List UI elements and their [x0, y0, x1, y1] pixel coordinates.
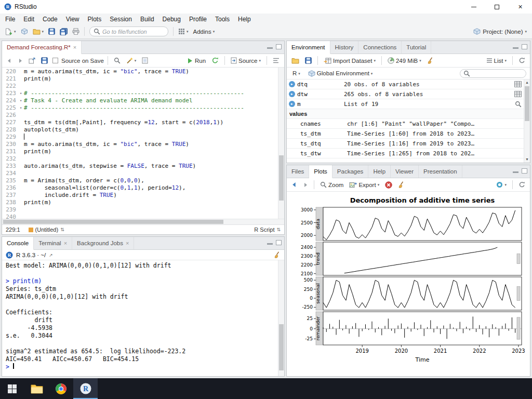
- taskbar-chrome[interactable]: [49, 378, 73, 399]
- clear-console-button[interactable]: [274, 251, 281, 258]
- menu-file[interactable]: File: [1, 15, 19, 24]
- clear-plots-button[interactable]: [396, 179, 407, 191]
- code-line[interactable]: 235m = Arima(ts_dtm, order = c(0,0,0),: [2, 177, 278, 184]
- environment-tab-environment[interactable]: Environment: [287, 41, 330, 54]
- run-button[interactable]: Run: [186, 55, 208, 66]
- scrollbar-thumb[interactable]: [525, 86, 529, 121]
- refresh-environment-button[interactable]: [516, 55, 527, 66]
- env-row-dtw[interactable]: ▶dtw265 obs. of 8 variables: [287, 89, 524, 99]
- console-tab-terminal[interactable]: Terminal×: [34, 237, 72, 249]
- maximize-pane-icon[interactable]: [276, 44, 282, 49]
- env-row-ts_dtq[interactable]: ts_dtqTime-Series [1:16] from 2019 to 20…: [287, 139, 524, 149]
- next-plot-button[interactable]: [301, 179, 310, 191]
- menu-session[interactable]: Session: [105, 15, 136, 24]
- editor[interactable]: 220m = auto.arima(ts_dtm, ic = "bic", tr…: [2, 68, 284, 219]
- expander-icon[interactable]: ▶: [289, 91, 295, 97]
- plots-tab-presentation[interactable]: Presentation: [419, 165, 462, 178]
- inspect-icon[interactable]: [512, 101, 524, 108]
- menu-view[interactable]: View: [62, 15, 84, 24]
- publish-button[interactable]: ▾: [494, 179, 509, 191]
- code-line[interactable]: 227ts_dtm = ts(dtm[,Paint], frequency =1…: [2, 119, 278, 126]
- minimize-pane-icon[interactable]: [513, 168, 518, 173]
- zoom-plot-button[interactable]: Zoom: [318, 179, 345, 191]
- console-tab-console[interactable]: Console: [2, 237, 34, 250]
- env-row-dtq[interactable]: ▶dtq20 obs. of 8 variables: [287, 79, 524, 89]
- scrollbar-thumb[interactable]: [279, 324, 284, 370]
- environment-tab-tutorial[interactable]: Tutorial: [402, 41, 431, 54]
- code-line[interactable]: 229: [2, 134, 278, 141]
- save-source-button[interactable]: [39, 55, 50, 66]
- menu-edit[interactable]: Edit: [19, 15, 38, 24]
- scrollbar-thumb[interactable]: [279, 155, 284, 201]
- compile-report-button[interactable]: [140, 55, 150, 66]
- code-line[interactable]: 237 include.drift = TRUE): [2, 192, 278, 199]
- scroll-down-icon[interactable]: ▼: [524, 156, 530, 163]
- environment-tab-connections[interactable]: Connections: [358, 41, 402, 54]
- plots-tab-help[interactable]: Help: [368, 165, 391, 178]
- forward-button[interactable]: [16, 55, 25, 66]
- new-file-button[interactable]: ▾: [3, 25, 18, 37]
- scroll-up-icon[interactable]: ▲: [524, 79, 530, 86]
- fold-toggle-icon[interactable]: ▾: [18, 97, 24, 104]
- plots-tab-plots[interactable]: Plots: [309, 165, 332, 178]
- fold-toggle-icon[interactable]: ▾: [18, 90, 24, 97]
- menu-profile[interactable]: Profile: [185, 15, 211, 24]
- addins-button[interactable]: Addins▾: [191, 25, 217, 37]
- back-button[interactable]: [5, 55, 14, 66]
- language-selector[interactable]: R▾: [290, 68, 302, 79]
- environment-search[interactable]: [460, 69, 526, 78]
- code-line[interactable]: 228autoplot(ts_dtm): [2, 126, 278, 134]
- console-vscrollbar[interactable]: [278, 260, 284, 376]
- code-line[interactable]: 239: [2, 206, 278, 214]
- remove-plot-button[interactable]: [383, 179, 394, 191]
- save-button[interactable]: [46, 25, 57, 37]
- start-button[interactable]: [0, 378, 24, 399]
- menu-debug[interactable]: Debug: [158, 15, 185, 24]
- plots-tab-viewer[interactable]: Viewer: [391, 165, 419, 178]
- maximize-pane-icon[interactable]: [522, 44, 527, 49]
- expander-icon[interactable]: ▶: [289, 81, 295, 87]
- print-button[interactable]: [70, 25, 82, 37]
- menu-help[interactable]: Help: [234, 15, 255, 24]
- export-plot-button[interactable]: Export▾: [347, 179, 381, 191]
- code-line[interactable]: 230m = auto.arima(ts_dtm, ic = "bic", tr…: [2, 141, 278, 148]
- code-line[interactable]: 240: [2, 214, 278, 219]
- code-tools-button[interactable]: ▾: [124, 55, 139, 66]
- new-project-button[interactable]: [19, 25, 30, 37]
- editor-vscrollbar[interactable]: [278, 68, 284, 219]
- close-tab-icon[interactable]: ×: [73, 44, 76, 50]
- menu-plots[interactable]: Plots: [84, 15, 106, 24]
- code-line[interactable]: 222: [2, 83, 278, 90]
- menu-code[interactable]: Code: [38, 15, 62, 24]
- environment-selector[interactable]: Global Environment▾: [306, 68, 375, 79]
- document-outline-button[interactable]: [271, 55, 282, 66]
- code-line[interactable]: 221print(m): [2, 75, 278, 83]
- import-dataset-button[interactable]: Import Dataset▾: [322, 55, 378, 66]
- project-selector[interactable]: Project: (None)▾: [473, 28, 529, 35]
- minimize-pane-icon[interactable]: [267, 240, 273, 245]
- code-line[interactable]: 225▾# ----------------------------------…: [2, 104, 278, 112]
- file-type-selector[interactable]: R Script⇅: [254, 227, 281, 233]
- scrollbar-thumb[interactable]: [3, 220, 223, 224]
- code-line[interactable]: 238print(m): [2, 199, 278, 206]
- save-all-button[interactable]: [58, 25, 70, 37]
- code-line[interactable]: 236 seasonal=list(order=c(0,1,1), period…: [2, 184, 278, 192]
- previous-plot-button[interactable]: [289, 179, 299, 191]
- editor-hscrollbar[interactable]: [2, 219, 284, 224]
- goto-input[interactable]: [102, 29, 164, 35]
- save-workspace-button[interactable]: [303, 55, 314, 66]
- view-table-icon[interactable]: [512, 81, 524, 87]
- plots-tab-packages[interactable]: Packages: [332, 165, 369, 178]
- environment-search-input[interactable]: [472, 70, 523, 76]
- plots-tab-files[interactable]: Files: [287, 165, 309, 178]
- env-row-ts_dtw[interactable]: ts_dtwTime-Series [1:265] from 2018 to 2…: [287, 149, 524, 158]
- minimize-pane-icon[interactable]: [267, 44, 273, 49]
- source-on-save-checkbox[interactable]: [52, 58, 58, 63]
- environment-vscrollbar[interactable]: ▲ ▼: [524, 79, 530, 163]
- minimize-pane-icon[interactable]: [513, 44, 518, 49]
- fold-toggle-icon[interactable]: ▾: [18, 104, 24, 112]
- document-section-selector[interactable]: (Untitled)⇅: [29, 227, 64, 233]
- view-table-icon[interactable]: [512, 91, 524, 97]
- taskbar-rstudio[interactable]: R: [73, 378, 98, 399]
- r-version-path[interactable]: R 3.6.3 · ~/: [16, 252, 46, 258]
